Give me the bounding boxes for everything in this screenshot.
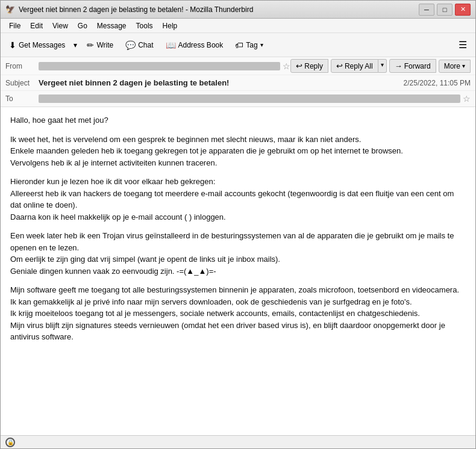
maximize-button[interactable]: □ [437,4,453,16]
window-controls: ─ □ ✕ [419,4,471,16]
reply-button-group: ↩ Reply [290,59,328,73]
menu-bar: File Edit View Go Message Tools Help [1,19,475,33]
more-button-group: More ▾ [439,60,471,73]
from-star-icon[interactable]: ☆ [283,61,290,71]
forward-icon: → [395,61,402,70]
menu-message[interactable]: Message [92,20,131,31]
menu-tools[interactable]: Tools [131,20,158,31]
chat-button[interactable]: 💬 Chat [121,38,158,52]
from-value [39,62,280,70]
body-paragraph-1: Hallo, hoe gaat het met jou? [10,114,466,126]
status-lock-icon: 🔒 [5,438,15,447]
chat-icon: 💬 [125,40,136,50]
subject-label: Subject [5,79,39,87]
reply-all-icon: ↩ [336,61,343,70]
window-title: Vergeet niet binnen 2 dagen je belasting… [19,5,419,14]
hamburger-menu[interactable]: ☰ [454,37,472,53]
more-button[interactable]: More ▾ [439,60,471,73]
to-star-icon[interactable]: ☆ [463,94,471,104]
address-book-button[interactable]: 📖 Address Book [161,38,228,52]
tag-button[interactable]: 🏷 Tag ▾ [230,38,268,52]
reply-all-dropdown[interactable]: ▾ [378,59,387,73]
main-window: 🦅 Vergeet niet binnen 2 dagen je belasti… [0,0,476,449]
email-header: From ☆ ↩ Reply ↩ Reply All ▾ [1,57,475,107]
reply-all-button[interactable]: ↩ Reply All [331,59,378,73]
get-messages-group: ⬇ Get Messages ▾ [4,38,80,52]
get-messages-dropdown[interactable]: ▾ [71,39,80,52]
get-messages-button[interactable]: ⬇ Get Messages [4,38,70,52]
menu-file[interactable]: File [4,20,25,31]
email-body-wrapper: Hallo, hoe gaat het met jou? Ik weet het… [1,107,475,435]
app-icon: 🦅 [5,5,15,14]
from-row: From ☆ ↩ Reply ↩ Reply All ▾ [1,57,475,75]
toolbar-hamburger: ☰ [454,37,472,53]
tag-icon: 🏷 [235,40,243,50]
forward-button-group: → Forward [389,59,436,73]
forward-button[interactable]: → Forward [389,59,436,73]
body-paragraph-4: Een week later heb ik een Trojan virus g… [10,230,466,277]
reply-actions: ↩ Reply ↩ Reply All ▾ → Forward [290,59,471,73]
minimize-button[interactable]: ─ [419,4,434,16]
reply-button[interactable]: ↩ Reply [290,59,328,73]
subject-value: Vergeet niet binnen 2 dagen je belasting… [39,78,404,87]
to-row: To ☆ [1,91,475,107]
status-bar: 🔒 [1,435,475,448]
close-button[interactable]: ✕ [455,4,471,16]
address-book-icon: 📖 [166,40,176,50]
to-value [39,94,460,103]
more-dropdown-icon: ▾ [462,63,465,69]
write-button[interactable]: ✏ Write [82,38,118,52]
body-paragraph-5: Mijn software geeft me toegang tot alle … [10,284,466,343]
menu-go[interactable]: Go [73,20,92,31]
get-messages-icon: ⬇ [9,40,16,50]
menu-view[interactable]: View [48,20,73,31]
reply-icon: ↩ [296,61,302,70]
body-paragraph-3: Hieronder kun je lezen hoe ik dit voor e… [10,176,466,223]
subject-row: Subject Vergeet niet binnen 2 dagen je b… [1,75,475,91]
menu-edit[interactable]: Edit [25,20,48,31]
menu-help[interactable]: Help [158,20,183,31]
title-bar: 🦅 Vergeet niet binnen 2 dagen je belasti… [1,1,475,19]
toolbar: ⬇ Get Messages ▾ ✏ Write 💬 Chat 📖 Addres… [1,33,475,57]
reply-all-button-group: ↩ Reply All ▾ [331,59,387,73]
email-body: Hallo, hoe gaat het met jou? Ik weet het… [1,107,475,435]
email-date: 2/25/2022, 11:05 PM [404,79,471,87]
to-label: To [5,94,39,103]
from-label: From [5,62,39,70]
body-paragraph-2: Ik weet het, het is vervelend om een ges… [10,134,466,169]
write-icon: ✏ [87,40,94,50]
